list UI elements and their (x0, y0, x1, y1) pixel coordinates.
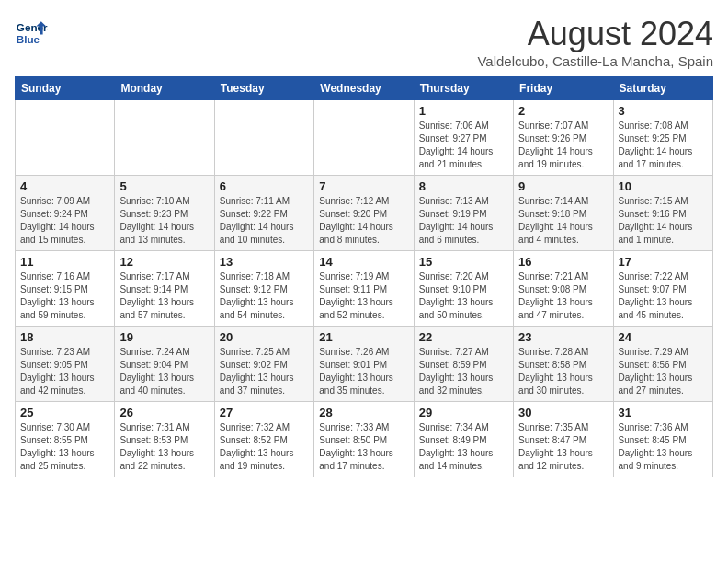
day-info: Sunrise: 7:11 AM Sunset: 9:22 PM Dayligh… (220, 195, 309, 247)
day-number: 13 (220, 255, 309, 269)
day-info: Sunrise: 7:16 AM Sunset: 9:15 PM Dayligh… (20, 270, 109, 322)
day-info: Sunrise: 7:14 AM Sunset: 9:18 PM Dayligh… (518, 195, 608, 247)
day-number: 17 (619, 255, 708, 269)
title-block: August 2024 Valdelcubo, Castille-La Manc… (477, 15, 713, 69)
calendar-day-cell: 24Sunrise: 7:29 AM Sunset: 8:56 PM Dayli… (613, 327, 712, 402)
calendar-day-cell: 16Sunrise: 7:21 AM Sunset: 9:08 PM Dayli… (514, 251, 613, 327)
day-info: Sunrise: 7:31 AM Sunset: 8:53 PM Dayligh… (119, 421, 209, 473)
day-info: Sunrise: 7:18 AM Sunset: 9:12 PM Dayligh… (220, 270, 309, 322)
calendar-day-cell: 22Sunrise: 7:27 AM Sunset: 8:59 PM Dayli… (414, 327, 513, 402)
day-number: 15 (419, 255, 508, 269)
calendar-day-cell: 29Sunrise: 7:34 AM Sunset: 8:49 PM Dayli… (414, 402, 513, 477)
logo-icon: General Blue (15, 15, 48, 48)
calendar-day-cell: 15Sunrise: 7:20 AM Sunset: 9:10 PM Dayli… (414, 251, 513, 327)
calendar-day-cell: 10Sunrise: 7:15 AM Sunset: 9:16 PM Dayli… (613, 176, 712, 251)
calendar-day-cell: 28Sunrise: 7:33 AM Sunset: 8:50 PM Dayli… (314, 402, 414, 477)
calendar-day-cell: 18Sunrise: 7:23 AM Sunset: 9:05 PM Dayli… (16, 327, 115, 402)
weekday-header-row: SundayMondayTuesdayWednesdayThursdayFrid… (16, 77, 713, 100)
calendar-week-row: 1Sunrise: 7:06 AM Sunset: 9:27 PM Daylig… (16, 100, 713, 176)
calendar-day-cell: 11Sunrise: 7:16 AM Sunset: 9:15 PM Dayli… (16, 251, 115, 327)
day-info: Sunrise: 7:27 AM Sunset: 8:59 PM Dayligh… (419, 346, 508, 397)
calendar-day-cell: 5Sunrise: 7:10 AM Sunset: 9:23 PM Daylig… (115, 176, 214, 251)
calendar-day-cell: 9Sunrise: 7:14 AM Sunset: 9:18 PM Daylig… (514, 176, 613, 251)
day-info: Sunrise: 7:34 AM Sunset: 8:49 PM Dayligh… (419, 421, 508, 473)
calendar-week-row: 11Sunrise: 7:16 AM Sunset: 9:15 PM Dayli… (16, 251, 713, 327)
day-info: Sunrise: 7:26 AM Sunset: 9:01 PM Dayligh… (319, 346, 408, 397)
day-number: 31 (619, 406, 708, 419)
weekday-header-cell: Tuesday (214, 77, 313, 100)
day-number: 16 (518, 255, 608, 269)
calendar-day-cell (314, 100, 414, 176)
calendar-day-cell: 27Sunrise: 7:32 AM Sunset: 8:52 PM Dayli… (214, 402, 313, 477)
day-number: 19 (119, 330, 209, 344)
calendar-day-cell: 14Sunrise: 7:19 AM Sunset: 9:11 PM Dayli… (314, 251, 414, 327)
day-number: 18 (20, 330, 109, 344)
day-info: Sunrise: 7:17 AM Sunset: 9:14 PM Dayligh… (119, 270, 209, 322)
day-info: Sunrise: 7:28 AM Sunset: 8:58 PM Dayligh… (518, 346, 608, 397)
calendar-day-cell: 13Sunrise: 7:18 AM Sunset: 9:12 PM Dayli… (214, 251, 313, 327)
day-number: 8 (419, 179, 508, 193)
calendar-subtitle: Valdelcubo, Castille-La Mancha, Spain (477, 53, 713, 69)
day-info: Sunrise: 7:35 AM Sunset: 8:47 PM Dayligh… (518, 421, 608, 473)
calendar-day-cell: 2Sunrise: 7:07 AM Sunset: 9:26 PM Daylig… (514, 100, 613, 176)
day-info: Sunrise: 7:30 AM Sunset: 8:55 PM Dayligh… (20, 421, 109, 473)
calendar-week-row: 4Sunrise: 7:09 AM Sunset: 9:24 PM Daylig… (16, 176, 713, 251)
calendar-day-cell: 1Sunrise: 7:06 AM Sunset: 9:27 PM Daylig… (414, 100, 513, 176)
day-number: 2 (518, 104, 608, 118)
day-number: 30 (518, 406, 608, 419)
day-info: Sunrise: 7:07 AM Sunset: 9:26 PM Dayligh… (518, 120, 608, 171)
calendar-day-cell: 30Sunrise: 7:35 AM Sunset: 8:47 PM Dayli… (514, 402, 613, 477)
calendar-day-cell: 23Sunrise: 7:28 AM Sunset: 8:58 PM Dayli… (514, 327, 613, 402)
calendar-day-cell: 19Sunrise: 7:24 AM Sunset: 9:04 PM Dayli… (115, 327, 214, 402)
day-info: Sunrise: 7:32 AM Sunset: 8:52 PM Dayligh… (220, 421, 309, 473)
weekday-header-cell: Sunday (16, 77, 115, 100)
day-number: 20 (220, 330, 309, 344)
day-number: 25 (20, 406, 109, 419)
day-number: 9 (518, 179, 608, 193)
day-number: 22 (419, 330, 508, 344)
calendar-day-cell (16, 100, 115, 176)
day-number: 21 (319, 330, 408, 344)
calendar-day-cell: 6Sunrise: 7:11 AM Sunset: 9:22 PM Daylig… (214, 176, 313, 251)
calendar-day-cell: 7Sunrise: 7:12 AM Sunset: 9:20 PM Daylig… (314, 176, 414, 251)
day-number: 3 (619, 104, 708, 118)
weekday-header-cell: Wednesday (314, 77, 414, 100)
calendar-day-cell: 25Sunrise: 7:30 AM Sunset: 8:55 PM Dayli… (16, 402, 115, 477)
day-number: 14 (319, 255, 408, 269)
day-number: 12 (119, 255, 209, 269)
day-info: Sunrise: 7:36 AM Sunset: 8:45 PM Dayligh… (619, 421, 708, 473)
day-info: Sunrise: 7:10 AM Sunset: 9:23 PM Dayligh… (119, 195, 209, 247)
svg-text:Blue: Blue (17, 33, 40, 45)
day-number: 28 (319, 406, 408, 419)
calendar-day-cell: 17Sunrise: 7:22 AM Sunset: 9:07 PM Dayli… (613, 251, 712, 327)
calendar-week-row: 25Sunrise: 7:30 AM Sunset: 8:55 PM Dayli… (16, 402, 713, 477)
logo: General Blue (15, 15, 48, 48)
day-number: 26 (119, 406, 209, 419)
day-info: Sunrise: 7:08 AM Sunset: 9:25 PM Dayligh… (619, 120, 708, 171)
day-info: Sunrise: 7:12 AM Sunset: 9:20 PM Dayligh… (319, 195, 408, 247)
calendar-day-cell: 12Sunrise: 7:17 AM Sunset: 9:14 PM Dayli… (115, 251, 214, 327)
day-number: 5 (119, 179, 209, 193)
day-number: 10 (619, 179, 708, 193)
day-number: 23 (518, 330, 608, 344)
day-info: Sunrise: 7:19 AM Sunset: 9:11 PM Dayligh… (319, 270, 408, 322)
calendar-day-cell (115, 100, 214, 176)
day-info: Sunrise: 7:06 AM Sunset: 9:27 PM Dayligh… (419, 120, 508, 171)
day-info: Sunrise: 7:20 AM Sunset: 9:10 PM Dayligh… (419, 270, 508, 322)
day-number: 4 (20, 179, 109, 193)
day-info: Sunrise: 7:25 AM Sunset: 9:02 PM Dayligh… (220, 346, 309, 397)
day-number: 6 (220, 179, 309, 193)
day-info: Sunrise: 7:22 AM Sunset: 9:07 PM Dayligh… (619, 270, 708, 322)
calendar-table: SundayMondayTuesdayWednesdayThursdayFrid… (15, 76, 713, 477)
weekday-header-cell: Thursday (414, 77, 513, 100)
calendar-day-cell: 26Sunrise: 7:31 AM Sunset: 8:53 PM Dayli… (115, 402, 214, 477)
calendar-header: SundayMondayTuesdayWednesdayThursdayFrid… (16, 77, 713, 100)
calendar-day-cell: 4Sunrise: 7:09 AM Sunset: 9:24 PM Daylig… (16, 176, 115, 251)
day-info: Sunrise: 7:21 AM Sunset: 9:08 PM Dayligh… (518, 270, 608, 322)
calendar-day-cell: 3Sunrise: 7:08 AM Sunset: 9:25 PM Daylig… (613, 100, 712, 176)
day-number: 7 (319, 179, 408, 193)
calendar-day-cell: 8Sunrise: 7:13 AM Sunset: 9:19 PM Daylig… (414, 176, 513, 251)
calendar-week-row: 18Sunrise: 7:23 AM Sunset: 9:05 PM Dayli… (16, 327, 713, 402)
day-info: Sunrise: 7:09 AM Sunset: 9:24 PM Dayligh… (20, 195, 109, 247)
day-number: 27 (220, 406, 309, 419)
